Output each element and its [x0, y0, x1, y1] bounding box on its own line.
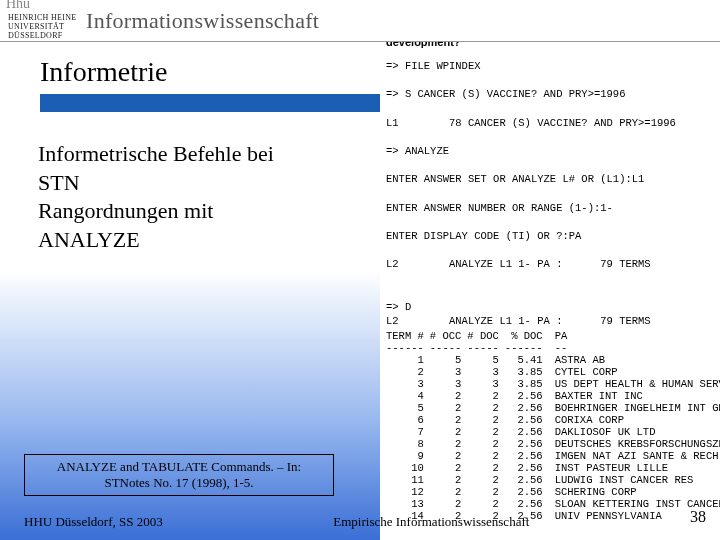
terminal-line: ENTER DISPLAY CODE (TI) OR ?:PA	[386, 229, 714, 243]
terminal-line	[386, 215, 714, 229]
terminal-line	[386, 101, 714, 115]
department-name: Informationswissenschaft	[86, 8, 319, 34]
table-header: # OCC	[430, 330, 468, 342]
citation-box: ANALYZE and TABULATE Commands. – In: STN…	[24, 454, 334, 497]
body-line-1: Informetrische Befehle bei STN	[38, 140, 313, 197]
slide-number: 38	[690, 508, 706, 526]
title-underline-bar	[40, 94, 380, 112]
table-header: PA	[549, 330, 720, 342]
terminal-line: ENTER ANSWER NUMBER OR RANGE (1-):1-	[386, 201, 714, 215]
table-row: 1555.41ASTRA AB	[386, 354, 720, 366]
table-header: # DOC	[467, 330, 505, 342]
table-row: 3333.85US DEPT HEALTH & HUMAN SERVICES	[386, 378, 720, 390]
table-row: 10222.56INST PASTEUR LILLE	[386, 462, 720, 474]
logo-signature: Hhu	[6, 0, 30, 12]
stn-session-pane: In the last several years, what companie…	[380, 0, 720, 540]
terminal-line: L2 ANALYZE L1 1- PA : 79 TERMS	[386, 257, 714, 271]
body-line-2: Rangordnungen mit ANALYZE	[38, 197, 313, 254]
slide-header: Hhu HEINRICH HEINE UNIVERSITÄT DÜSSELDOR…	[0, 0, 720, 42]
table-row: 13222.56SLOAN KETTERING INST CANCER RES	[386, 498, 720, 510]
terminal-line	[386, 286, 714, 300]
terminal-line	[386, 130, 714, 144]
slide-footer: HHU Düsseldorf, SS 2003 Empirische Infor…	[24, 514, 700, 530]
terminal-lines: => FILE WPINDEX => S CANCER (S) VACCINE?…	[386, 59, 714, 328]
table-row: 12222.56SCHERING CORP	[386, 486, 720, 498]
table-header: TERM #	[386, 330, 430, 342]
citation-line-2: STNotes No. 17 (1998), 1-5.	[31, 475, 327, 491]
logo-line3: DÜSSELDORF	[8, 32, 78, 41]
citation-line-1: ANALYZE and TABULATE Commands. – In:	[31, 459, 327, 475]
table-row: 5222.56BOEHRINGER INGELHEIM INT GMBH	[386, 402, 720, 414]
terminal-line: => D	[386, 300, 714, 314]
table-row: 6222.56CORIXA CORP	[386, 414, 720, 426]
terminal-line	[386, 73, 714, 87]
footer-left: HHU Düsseldorf, SS 2003	[24, 514, 163, 530]
terminal-line	[386, 158, 714, 172]
analyze-result-table: TERM ## OCC# DOC% DOCPA-----------------…	[386, 330, 720, 522]
table-row: 11222.56LUDWIG INST CANCER RES	[386, 474, 720, 486]
table-row: 7222.56DAKLIOSOF UK LTD	[386, 426, 720, 438]
terminal-line: => FILE WPINDEX	[386, 59, 714, 73]
terminal-line	[386, 186, 714, 200]
background-gradient	[0, 270, 380, 540]
table-row: 8222.56DEUTSCHES KREBSFORSCHUNGSZENTRUM	[386, 438, 720, 450]
hhu-logo: Hhu HEINRICH HEINE UNIVERSITÄT DÜSSELDOR…	[8, 0, 78, 40]
terminal-line: => ANALYZE	[386, 144, 714, 158]
terminal-line: L1 78 CANCER (S) VACCINE? AND PRY>=1996	[386, 116, 714, 130]
terminal-line: L2 ANALYZE L1 1- PA : 79 TERMS	[386, 314, 714, 328]
terminal-line	[386, 243, 714, 257]
body-text: Informetrische Befehle bei STN Rangordnu…	[38, 140, 313, 254]
terminal-line	[386, 271, 714, 285]
terminal-line: ENTER ANSWER SET OR ANALYZE L# OR (L1):L…	[386, 172, 714, 186]
table-row: 2333.85CYTEL CORP	[386, 366, 720, 378]
terminal-line: => S CANCER (S) VACCINE? AND PRY>=1996	[386, 87, 714, 101]
footer-center: Empirische Informationswissenschaft	[333, 514, 529, 530]
table-header: % DOC	[505, 330, 549, 342]
table-row: 4222.56BAXTER INT INC	[386, 390, 720, 402]
table-row: 9222.56IMGEN NAT AZI SANTE & RECH MEDICA…	[386, 450, 720, 462]
